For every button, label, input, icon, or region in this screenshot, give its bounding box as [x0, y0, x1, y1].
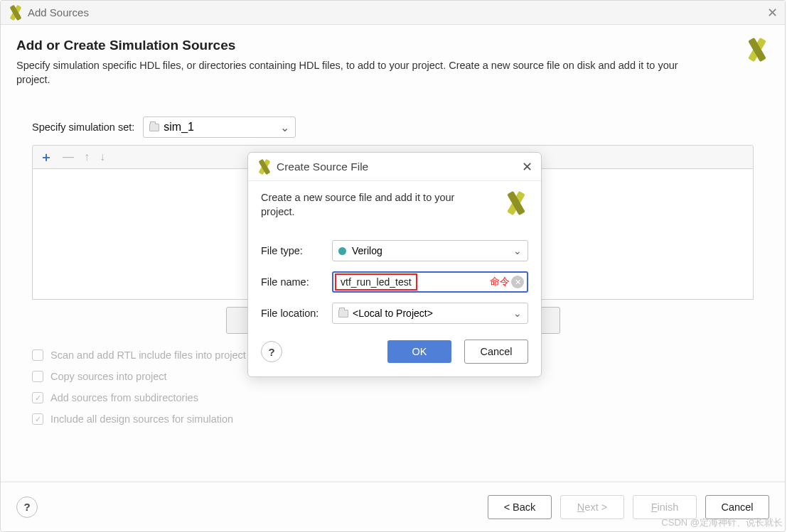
checkbox-checked-icon: ✓	[32, 413, 43, 425]
remove-icon[interactable]: —	[63, 151, 74, 163]
app-logo-icon	[257, 159, 272, 175]
folder-icon	[149, 124, 159, 131]
window-title: Add Sources	[28, 6, 89, 18]
file-name-input[interactable]: vtf_run_led_test 命令 ✕	[332, 271, 528, 293]
create-source-dialog: Create Source File ✕ Create a new source…	[247, 152, 542, 377]
add-icon[interactable]: ＋	[40, 148, 53, 165]
file-location-select[interactable]: <Local to Project> ⌄	[332, 303, 528, 324]
file-type-label: File type:	[261, 245, 332, 256]
dialog-description: Create a new source file and add it to y…	[261, 191, 467, 219]
chevron-down-icon: ⌄	[280, 121, 289, 134]
sim-set-label: Specify simulation set:	[32, 121, 134, 133]
next-button: Next >	[560, 495, 624, 519]
file-location-value: <Local to Project>	[353, 308, 433, 319]
file-type-value: Verilog	[352, 245, 382, 256]
dialog-close-button[interactable]: ✕	[522, 159, 532, 175]
file-type-select[interactable]: Verilog ⌄	[332, 240, 528, 261]
file-location-label: File location:	[261, 308, 332, 319]
move-down-icon[interactable]: ↓	[100, 151, 105, 163]
app-logo-icon	[8, 5, 23, 21]
sim-set-select[interactable]: sim_1 ⌄	[143, 116, 296, 138]
page-description: Specify simulation specific HDL files, o…	[16, 59, 706, 87]
page-heading: Add or Create Simulation Sources	[16, 38, 706, 53]
ok-button[interactable]: OK	[387, 340, 451, 363]
dialog-cancel-button[interactable]: Cancel	[464, 340, 528, 364]
file-name-value: vtf_run_led_test	[335, 273, 417, 291]
chevron-down-icon: ⌄	[513, 245, 522, 256]
back-button[interactable]: < Back	[488, 495, 552, 519]
add-subdirs-checkbox[interactable]: ✓ Add sources from subdirectories	[32, 392, 769, 403]
titlebar: Add Sources ✕	[1, 1, 785, 25]
watermark: CSDN @定海神针、说长就长	[661, 516, 783, 529]
file-name-label: File name:	[261, 276, 332, 288]
brand-logo-icon	[504, 191, 528, 215]
help-button[interactable]: ?	[16, 496, 38, 518]
verilog-icon	[338, 247, 346, 255]
move-up-icon[interactable]: ↑	[84, 151, 90, 163]
brand-logo-icon	[745, 38, 769, 62]
dialog-titlebar: Create Source File ✕	[248, 153, 541, 181]
window-close-button[interactable]: ✕	[767, 5, 778, 21]
dialog-help-button[interactable]: ?	[261, 341, 282, 362]
include-all-checkbox[interactable]: ✓ Include all design sources for simulat…	[32, 413, 769, 425]
checkbox-checked-icon: ✓	[32, 392, 43, 403]
folder-icon	[338, 310, 348, 317]
sim-set-value: sim_1	[164, 121, 194, 134]
clear-input-icon[interactable]: ✕	[511, 276, 524, 288]
dialog-title: Create Source File	[277, 161, 368, 173]
checkbox-icon	[32, 371, 43, 382]
checkbox-icon	[32, 349, 43, 361]
finish-button: Finish	[633, 495, 697, 519]
annotation-label: 命令	[490, 276, 510, 288]
chevron-down-icon: ⌄	[513, 308, 522, 319]
cancel-button[interactable]: Cancel	[705, 495, 769, 519]
